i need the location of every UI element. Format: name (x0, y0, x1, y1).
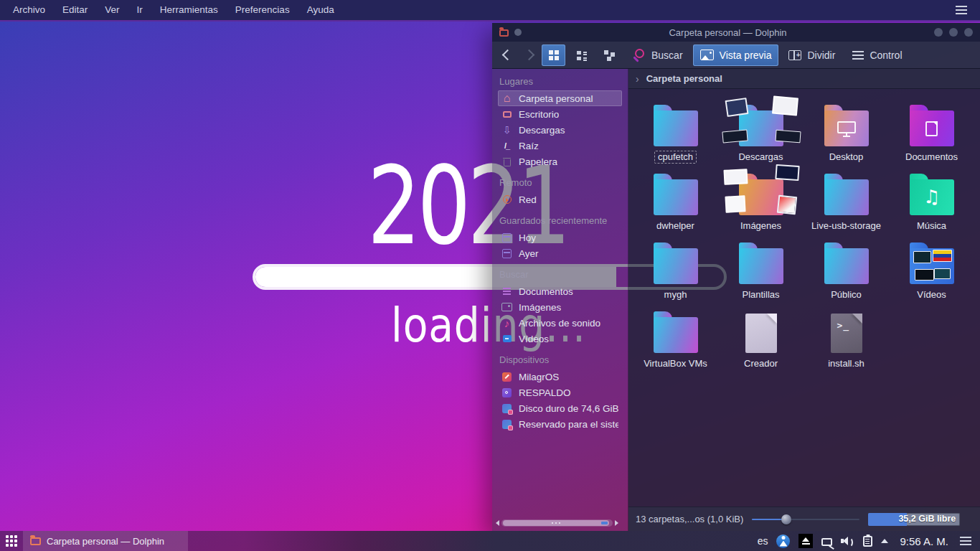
file-plantillas[interactable]: Plantillas (718, 237, 804, 306)
eject-icon[interactable] (798, 534, 813, 548)
menu-item-ver[interactable]: Ver (96, 0, 128, 20)
folder-icon (739, 248, 783, 284)
file-imagenes[interactable]: Imágenes (718, 168, 804, 237)
file-descargas[interactable]: Descargas (718, 99, 804, 168)
breadcrumb[interactable]: Carpeta personal (646, 73, 722, 84)
search-button[interactable]: Buscar (625, 44, 690, 66)
network-icon (501, 194, 512, 205)
sidebar-item-hoy[interactable]: Hoy (498, 230, 622, 245)
sidebar-section-remoto: RemotoRed (498, 177, 622, 207)
document-file-icon (745, 314, 777, 353)
split-button[interactable]: Dividir (781, 44, 842, 66)
file-desktop[interactable]: Desktop (804, 99, 889, 168)
menubar-hamburger-icon[interactable] (956, 9, 967, 11)
sidebar-item-red[interactable]: Red (498, 192, 622, 207)
file-virtualbox-vms[interactable]: VirtualBox VMs (633, 306, 718, 375)
scrollbar-thumb[interactable] (503, 520, 609, 526)
clock[interactable]: 9:56 A. M. (900, 535, 948, 547)
file-live-usb-storage[interactable]: Live-usb-storage (804, 168, 889, 237)
sidebar-item-disco-duro-de-74-6-gib[interactable]: Disco duro de 74,6 GiB (498, 400, 622, 416)
app-launcher-button[interactable] (0, 531, 23, 551)
menu-item-editar[interactable]: Editar (54, 0, 96, 20)
clipboard-icon[interactable] (863, 536, 872, 547)
volume-icon[interactable] (841, 536, 854, 547)
tray-expand-caret-icon[interactable] (881, 539, 888, 543)
file-label: install.sh (824, 357, 868, 370)
volume-wave-icon (846, 537, 853, 547)
accessibility-icon[interactable] (776, 534, 790, 548)
folder-body (824, 179, 869, 215)
folder-view[interactable]: cpufetchDescargasDesktopDocumentosdwhelp… (628, 89, 980, 507)
file-creador[interactable]: Creador (718, 306, 804, 375)
sidebar-item-reservado-para-el-sistema[interactable]: Reservado para el sistema (498, 416, 622, 432)
scrollbar-track[interactable] (501, 519, 613, 527)
scroll-left-icon[interactable] (496, 520, 499, 526)
desktop-icon (501, 109, 512, 120)
menu-item-preferencias[interactable]: Preferencias (227, 0, 298, 20)
dev-orange-icon (501, 372, 512, 382)
details-view-button[interactable] (570, 44, 593, 66)
control-button[interactable]: Control (845, 44, 909, 66)
preview-button[interactable]: Vista previa (693, 44, 779, 66)
menu-item-archivo[interactable]: Archivo (4, 0, 54, 20)
zoom-slider[interactable] (752, 514, 859, 525)
folder-icon (910, 110, 954, 146)
sidebar-item-raiz[interactable]: Raíz (498, 138, 622, 154)
file-videos[interactable]: Vídeos (889, 237, 974, 306)
preview-thumbnail (725, 195, 745, 212)
window-pin-icon[interactable] (514, 29, 522, 36)
sidebar-item-imagenes[interactable]: Imágenes (498, 299, 622, 315)
keyboard-layout-indicator[interactable]: es (758, 535, 768, 547)
task-label: Carpeta personal — Dolphin (47, 536, 164, 547)
file-publico[interactable]: Público (804, 237, 889, 306)
file-mygh[interactable]: mygh (633, 237, 718, 306)
close-button[interactable] (964, 28, 973, 37)
sidebar-section-lugares: LugaresCarpeta personalEscritorioDescarg… (498, 76, 622, 169)
file-install-sh[interactable]: >_install.sh (804, 306, 889, 375)
folder-body (910, 110, 954, 146)
sidebar-item-respaldo[interactable]: RESPALDO (498, 385, 622, 400)
sidebar-item-descargas[interactable]: Descargas (498, 122, 622, 138)
zoom-slider-handle[interactable] (781, 514, 791, 524)
sidebar-item-archivos-de-sonido[interactable]: Archivos de sonido (498, 315, 622, 331)
places-horizontal-scrollbar[interactable] (496, 519, 618, 527)
tree-view-button[interactable] (598, 44, 621, 66)
file-icon-wrap (889, 102, 974, 146)
task-folder-icon (30, 537, 41, 545)
file-documentos[interactable]: Documentos (889, 99, 974, 168)
taskbar-task-dolphin[interactable]: Carpeta personal — Dolphin (23, 531, 188, 551)
sidebar-item-milagros[interactable]: MilagrOS (498, 369, 622, 385)
sidebar-item-label: Archivos de sonido (519, 318, 600, 329)
scroll-right-icon[interactable] (615, 520, 618, 526)
minimize-button[interactable] (934, 28, 943, 37)
window-titlebar[interactable]: Carpeta personal — Dolphin (492, 23, 980, 42)
breadcrumb-chevron-icon: › (636, 73, 639, 85)
menu-item-ir[interactable]: Ir (128, 0, 151, 20)
maximize-button[interactable] (949, 28, 958, 37)
menu-item-ayuda[interactable]: Ayuda (298, 0, 343, 20)
sidebar-item-carpeta-personal[interactable]: Carpeta personal (498, 90, 622, 106)
sidebar-item-escritorio[interactable]: Escritorio (498, 106, 622, 122)
window-menu-folder-icon[interactable] (499, 29, 509, 37)
taskbar-hamburger-icon[interactable] (960, 540, 971, 542)
back-button[interactable] (498, 44, 517, 66)
sidebar-item-ayer[interactable]: Ayer (498, 245, 622, 261)
sidebar-item-documentos[interactable]: Documentos (498, 283, 622, 299)
sidebar-item-label: Hoy (519, 232, 536, 243)
file-musica[interactable]: ♫Música (889, 168, 974, 237)
file-cpufetch[interactable]: cpufetch (633, 99, 718, 168)
sidebar-item-papelera[interactable]: Papelera (498, 154, 622, 169)
folder-icon (654, 248, 698, 284)
file-label: Música (913, 220, 950, 232)
search-icon (632, 49, 646, 62)
file-dwhelper[interactable]: dwhelper (633, 168, 718, 237)
back-icon (501, 50, 513, 61)
network-icon[interactable] (821, 538, 832, 546)
forward-button[interactable] (519, 44, 538, 66)
icons-view-button[interactable] (542, 44, 565, 66)
dolphin-window: Carpeta personal — Dolphin Buscar Vista … (492, 23, 980, 531)
dev-purple-icon (501, 387, 512, 398)
sidebar-item-videos[interactable]: Vídeos (498, 331, 622, 347)
folder-body: ♫ (910, 179, 954, 215)
menu-item-herramientas[interactable]: Herramientas (151, 0, 227, 20)
